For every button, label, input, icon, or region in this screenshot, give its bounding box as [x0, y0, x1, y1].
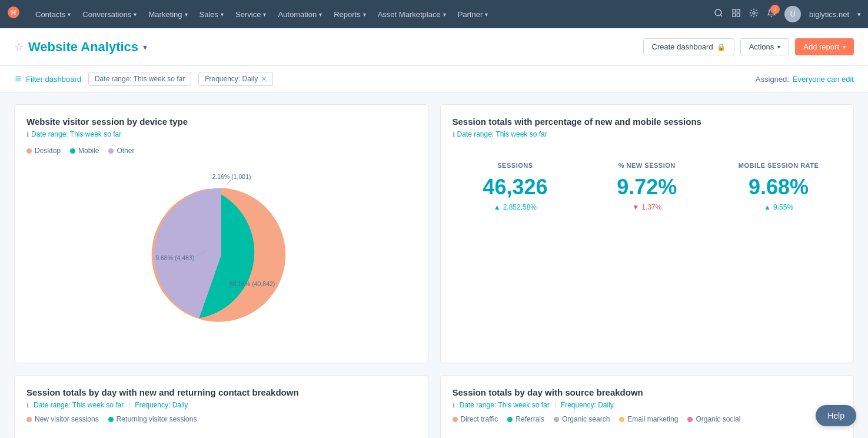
legend-dot-mobile [70, 148, 75, 154]
nav-automation[interactable]: Automation ▾ [272, 0, 328, 28]
assigned-label: Assigned: Everyone can edit [756, 75, 854, 84]
pie-label-mobile: 9.68% (4,483) [155, 254, 194, 261]
settings-icon[interactable] [749, 8, 759, 20]
chart2-info-icon[interactable]: ℹ [453, 131, 455, 138]
avatar[interactable]: U [784, 6, 801, 22]
hubspot-logo[interactable]: H [7, 6, 20, 22]
svg-point-2 [715, 9, 721, 16]
nav-conversations[interactable]: Conversations ▾ [77, 0, 142, 28]
page-header: ☆ Website Analytics ▾ Create dashboard 🔒… [0, 28, 868, 66]
legend-dot-email [619, 417, 624, 422]
chart-session-by-day-source: Session totals by day with source breakd… [440, 375, 854, 438]
notifications-icon[interactable]: 3 [767, 8, 776, 20]
actions-chevron-icon: ▾ [777, 44, 780, 50]
legend-dot-referrals [507, 417, 513, 422]
svg-text:H: H [11, 9, 16, 16]
chart1-info-icon[interactable]: ℹ [26, 131, 29, 138]
marketplace-icon[interactable] [731, 8, 741, 20]
svg-rect-4 [733, 9, 736, 12]
chart4-title: Session totals by day with source breakd… [453, 387, 842, 397]
chart3-frequency[interactable]: Frequency: Daily [135, 401, 188, 409]
up-arrow-icon: ▲ [494, 203, 501, 211]
pie-chart-svg: 88.16% (40,842) 9.68% (4,483) 2.16% (1,0… [139, 172, 304, 337]
chart3-info-icon[interactable]: ℹ [26, 402, 29, 409]
actions-button[interactable]: Actions ▾ [740, 38, 790, 55]
chart3-subtitle: ℹ Date range: This week so far | Frequen… [26, 401, 416, 409]
stat-new-session-label: % NEW SESSION [590, 162, 704, 169]
chart2-title: Session totals with percentage of new an… [453, 117, 842, 127]
help-button[interactable]: Help [816, 405, 856, 426]
chart3-date[interactable]: Date range: This week so far [34, 401, 124, 409]
chevron-down-icon: ▾ [485, 11, 488, 18]
nav-asset-marketplace[interactable]: Asset Marketplace ▾ [372, 0, 452, 28]
chevron-down-icon: ▾ [185, 11, 188, 18]
legend-dot-direct [453, 417, 458, 422]
account-name[interactable]: biglytics.net [809, 10, 849, 19]
stat-sessions: SESSIONS 46,326 ▲ 2,852.58% [453, 150, 578, 223]
stat-new-session: % NEW SESSION 9.72% ▼ 1.37% [584, 150, 710, 223]
legend-email-marketing: Email marketing [619, 415, 678, 423]
chart4-info-icon[interactable]: ℹ [453, 402, 455, 409]
nav-contacts[interactable]: Contacts ▾ [29, 0, 77, 28]
svg-rect-7 [737, 14, 740, 16]
lock-icon: 🔒 [717, 43, 726, 51]
svg-point-8 [753, 12, 755, 14]
legend-organic-search: Organic search [554, 415, 610, 423]
title-chevron-icon[interactable]: ▾ [143, 42, 147, 52]
legend-dot-desktop [26, 148, 32, 154]
stat-new-session-change: ▼ 1.37% [590, 203, 704, 211]
notification-count: 3 [770, 5, 780, 14]
svg-rect-6 [733, 14, 736, 16]
legend-organic-social: Organic social [687, 415, 740, 423]
page-title[interactable]: Website Analytics [28, 39, 138, 55]
chart2-date: ℹ Date range: This week so far [453, 130, 842, 138]
chart-session-totals: Session totals with percentage of new an… [440, 104, 854, 363]
stat-sessions-value: 46,326 [458, 175, 573, 200]
account-chevron-icon[interactable]: ▾ [857, 11, 861, 18]
add-report-button[interactable]: Add report ▾ [795, 38, 854, 55]
separator: | [128, 401, 130, 409]
chevron-down-icon: ▾ [319, 11, 322, 18]
top-navigation: H Contacts ▾ Conversations ▾ Marketing ▾… [0, 0, 868, 28]
chart-session-by-day-contact: Session totals by day with new and retur… [14, 375, 428, 438]
stat-new-session-value: 9.72% [590, 175, 704, 200]
stats-grid: SESSIONS 46,326 ▲ 2,852.58% % NEW SESSIO… [453, 150, 842, 223]
chart4-frequency[interactable]: Frequency: Daily [561, 401, 614, 409]
frequency-tag[interactable]: Frequency: Daily ✕ [198, 72, 273, 86]
separator2: | [554, 401, 556, 409]
search-icon[interactable] [714, 8, 723, 20]
filter-dashboard-button[interactable]: Filter dashboard [14, 75, 81, 84]
nav-service[interactable]: Service ▾ [230, 0, 272, 28]
nav-sales[interactable]: Sales ▾ [194, 0, 230, 28]
legend-direct-traffic: Direct traffic [453, 415, 498, 423]
chart4-date[interactable]: Date range: This week so far [460, 401, 550, 409]
up-arrow-icon-mobile: ▲ [764, 203, 771, 211]
legend-dot-new-visitor [26, 417, 32, 422]
chevron-down-icon: ▾ [263, 11, 266, 18]
date-range-tag[interactable]: Date range: This week so far [88, 72, 191, 86]
chart1-date: ℹ Date range: This week so far [26, 130, 416, 138]
chart4-subtitle: ℹ Date range: This week so far | Frequen… [453, 401, 842, 409]
chart-device-type: Website visitor session by device type ℹ… [14, 104, 428, 363]
chevron-down-icon: ▾ [134, 11, 137, 18]
legend-dot-organic-search [554, 417, 559, 422]
legend-mobile: Mobile [70, 147, 99, 155]
remove-frequency-icon[interactable]: ✕ [261, 75, 267, 83]
pie-label-desktop: 88.16% (40,842) [229, 280, 275, 287]
chevron-down-icon: ▾ [221, 11, 224, 18]
stat-mobile-rate-label: MOBILE SESSION RATE [721, 162, 836, 169]
favorite-icon[interactable]: ☆ [14, 41, 24, 54]
nav-partner[interactable]: Partner ▾ [452, 0, 494, 28]
chart1-title: Website visitor session by device type [26, 117, 416, 127]
stat-sessions-change: ▲ 2,852.58% [458, 203, 573, 211]
legend-dot-social [687, 417, 693, 422]
assigned-value[interactable]: Everyone can edit [793, 75, 854, 84]
stat-mobile-rate-value: 9.68% [721, 175, 836, 200]
page-title-area: ☆ Website Analytics ▾ [14, 39, 147, 55]
nav-reports[interactable]: Reports ▾ [328, 0, 372, 28]
legend-dot-returning-visitor [108, 417, 114, 422]
nav-marketing[interactable]: Marketing ▾ [142, 0, 193, 28]
stat-mobile-rate: MOBILE SESSION RATE 9.68% ▲ 9.55% [716, 150, 842, 223]
chart4-legend: Direct traffic Referrals Organic search … [453, 415, 842, 423]
create-dashboard-button[interactable]: Create dashboard 🔒 [643, 38, 734, 55]
